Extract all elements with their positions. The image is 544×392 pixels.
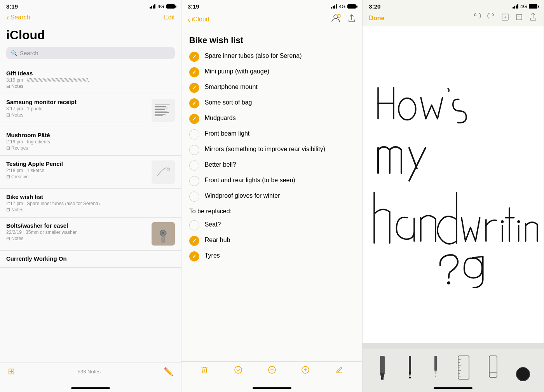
share-person-icon[interactable]: + [330,13,341,26]
check-item[interactable]: Windproof gloves for winter [189,192,355,202]
redo-icon[interactable] [487,13,495,23]
check-item[interactable]: Better bell? [189,160,355,171]
drawing-panel: 3:20 4G Done [363,0,544,392]
note-title: Samsung monitor receipt [6,99,147,105]
canvas-separator [363,343,544,349]
back-button-2[interactable]: ‹ iCloud [188,15,209,24]
check-item[interactable]: Some sort of bag [189,98,355,108]
check-item[interactable]: Smartphone mount [189,83,355,93]
svg-point-7 [235,366,242,373]
note-folder: ⊟ Recipes [6,145,175,151]
back-button-1[interactable]: ‹ Search [6,13,30,22]
svg-point-2 [162,232,164,234]
check-item[interactable]: Mini pump (with gauge) [189,67,355,77]
page-title: iCloud [0,25,181,47]
note-content: Bike wish list 2:17 pm Spare inner tubes… [6,193,175,213]
eraser-tool[interactable] [488,354,499,381]
note-meta: 2:18 pm 1 sketch [6,168,147,173]
note-folder: ⊟ Notes [6,112,147,118]
list-item[interactable]: Bike wish list 2:17 pm Spare inner tubes… [0,189,181,218]
checkbox[interactable] [189,145,199,155]
home-indicator-2 [181,384,363,392]
checkbox[interactable] [189,251,199,261]
list-item[interactable]: Currently Working On [0,251,181,268]
add-icon[interactable] [268,366,276,376]
checkbox[interactable] [189,192,199,202]
svg-rect-34 [489,356,497,377]
signal-bars-2 [331,4,337,9]
checkmark-icon[interactable] [234,366,242,376]
status-bar-2: 3:19 4G [181,0,363,11]
checkbox[interactable] [189,129,199,139]
check-item[interactable]: Rear hub [189,236,355,246]
search-bar[interactable]: 🔍 Search [6,47,175,59]
pen-tool[interactable] [406,354,414,381]
note-title: Gift Ideas [6,70,175,77]
battery-icon-3 [529,4,537,9]
battery-icon-2 [347,4,356,9]
nav-bar-2: ‹ iCloud + [181,11,363,29]
note-thumbnail [152,99,175,122]
check-label: Front and rear lights (to be seen) [205,176,355,185]
network-label-2: 4G [339,3,345,9]
list-item[interactable]: Gift Ideas 3:19 pm /////////////////////… [0,65,181,94]
list-item[interactable]: Mushroom Pâté 2:19 pm Ingredients ⊟ Reci… [0,127,181,156]
compose-icon[interactable]: ✏️ [164,367,173,376]
check-item[interactable]: Mudguards [189,114,355,124]
add-box-icon[interactable] [501,13,509,23]
battery-icon-1 [166,4,175,9]
list-item[interactable]: Bolts/washer for easel 22/2/19 35mm or s… [0,218,181,251]
check-item[interactable]: Spare inner tubes (also for Serena) [189,52,355,62]
checkbox[interactable] [189,67,199,77]
share-icon[interactable] [347,14,356,25]
check-item[interactable]: Front beam light [189,129,355,139]
network-label-3: 4G [520,3,527,9]
note-folder: ⊟ Creative [6,174,147,179]
check-item[interactable]: Tyres [189,251,355,261]
svg-marker-25 [435,376,436,377]
share-drawing-icon[interactable] [529,13,537,23]
status-icons-2: 4G [331,3,356,9]
checkbox[interactable] [189,176,199,186]
checkbox[interactable] [189,52,199,62]
done-button[interactable]: Done [369,15,384,22]
svg-marker-20 [409,371,411,378]
share-toolbar-icon[interactable] [301,366,310,376]
folders-icon[interactable]: ⊞ [8,366,15,376]
ruler-tool[interactable] [457,354,470,381]
checklist-title: Bike wish list [189,35,355,45]
note-folder: ⊟ Notes [6,207,175,213]
marker-tool[interactable] [376,354,389,381]
svg-point-13 [501,220,504,223]
undo-icon[interactable] [473,13,481,23]
notes-count: 533 Notes [78,369,101,375]
checkbox[interactable] [189,83,199,93]
home-bar-3 [434,387,473,389]
checkbox[interactable] [189,220,199,230]
trash-icon[interactable] [200,366,209,376]
svg-rect-16 [380,356,385,373]
check-item[interactable]: Seat? [189,220,355,230]
checkbox[interactable] [189,98,199,108]
svg-point-15 [447,281,450,284]
note-content: Currently Working On [6,255,175,263]
checkbox[interactable] [189,160,199,171]
list-item[interactable]: Testing Apple Pencil 2:18 pm 1 sketch ⊟ … [0,156,181,189]
check-item[interactable]: Front and rear lights (to be seen) [189,176,355,186]
check-label: Some sort of bag [205,98,355,107]
list-item[interactable]: Samsung monitor receipt 3:17 pm 1 photo … [0,94,181,127]
checkbox[interactable] [189,114,199,124]
check-item[interactable]: Mirrors (something to improve rear visib… [189,145,355,155]
compose-toolbar-icon[interactable] [335,366,343,376]
home-bar-2 [253,387,291,389]
color-picker[interactable] [516,367,530,381]
pencil-tool[interactable] [432,354,439,381]
lasso-icon[interactable] [515,13,523,23]
check-label: Spare inner tubes (also for Serena) [205,52,355,60]
folder-icon: ⊟ [6,112,10,118]
drawing-canvas[interactable] [363,26,544,343]
home-indicator-1 [0,384,181,392]
edit-button[interactable]: Edit [164,14,175,21]
checkbox[interactable] [189,236,199,246]
search-icon: 🔍 [11,50,17,56]
